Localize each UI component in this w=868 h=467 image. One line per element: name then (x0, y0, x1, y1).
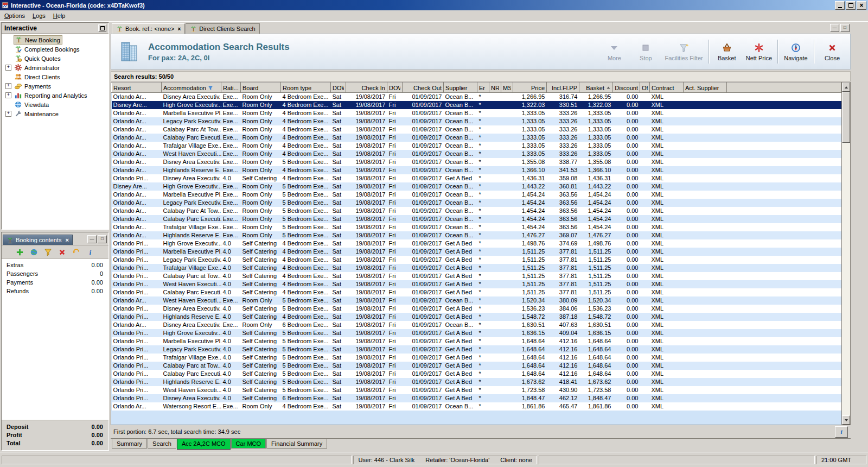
result-row[interactable]: Orlando Pri...Calabay Parc Executi...4.0… (112, 288, 841, 296)
cell-dow_in[interactable]: Sat (331, 345, 346, 354)
info-button[interactable]: i (835, 426, 848, 438)
cell-price[interactable]: 1,648.64 (513, 337, 547, 345)
cell-supplier[interactable]: Ocean B... (444, 166, 477, 174)
cell-room_type[interactable]: 5 Bedroom Exe... (281, 231, 331, 239)
cell-discount[interactable]: 0.00 (613, 256, 640, 264)
cell-act_supplier[interactable] (684, 207, 727, 215)
cell-of[interactable] (640, 134, 650, 142)
cell-dow_out[interactable]: Fri (387, 386, 403, 394)
cell-dow_out[interactable]: Fri (387, 125, 403, 134)
cell-nr[interactable] (489, 256, 501, 264)
cell-of[interactable] (640, 231, 650, 239)
result-row[interactable]: Disney Are...High Grove Executiv...Exe..… (112, 101, 841, 109)
cell-rating[interactable]: 4.0 (221, 272, 241, 280)
cell-act_supplier[interactable] (684, 142, 727, 150)
cell-check_out[interactable]: 01/09/2017 (403, 272, 444, 280)
cell-check_in[interactable]: 19/08/2017 (346, 101, 387, 109)
cell-incl_fl_pp[interactable]: 377.81 (547, 272, 579, 280)
cell-dow_out[interactable]: Fri (387, 239, 403, 248)
cell-check_in[interactable]: 19/08/2017 (346, 207, 387, 215)
cell-dow_out[interactable]: Fri (387, 134, 403, 142)
cell-dow_out[interactable]: Fri (387, 207, 403, 215)
cell-act_supplier[interactable] (684, 239, 727, 248)
page-tab-summary[interactable]: Summary (112, 439, 147, 449)
cell-contract[interactable]: XML (650, 191, 684, 199)
column-header-of[interactable]: Of (640, 83, 650, 93)
cell-rating[interactable]: Exe... (221, 402, 241, 411)
cell-of[interactable] (640, 321, 650, 329)
cell-nr[interactable] (489, 354, 501, 362)
cell-ms[interactable] (501, 248, 513, 256)
cell-room_type[interactable]: 4 Bedroom Exe... (281, 280, 331, 288)
cell-nr[interactable] (489, 329, 501, 337)
cell-check_in[interactable]: 19/08/2017 (346, 305, 387, 313)
cell-nr[interactable] (489, 223, 501, 231)
cell-accommodation[interactable]: Trafalgar Village Exe... (162, 142, 221, 150)
cell-ms[interactable] (501, 231, 513, 239)
cell-dow_out[interactable]: Fri (387, 272, 403, 280)
cell-contract[interactable]: XML (650, 248, 684, 256)
cell-contract[interactable]: XML (650, 125, 684, 134)
cell-resort[interactable]: Orlando Pri... (112, 256, 162, 264)
cell-rating[interactable]: 4.0 (221, 378, 241, 386)
menu-logs[interactable]: Logs (29, 11, 49, 20)
cell-incl_fl_pp[interactable]: 363.56 (547, 199, 579, 207)
cell-check_out[interactable]: 01/09/2017 (403, 125, 444, 134)
cell-dow_out[interactable]: Fri (387, 231, 403, 239)
cell-supplier[interactable]: Get A Bed (444, 264, 477, 272)
column-header-accommodation[interactable]: Accommodation (162, 83, 221, 93)
cell-resort[interactable]: Orlando Ar... (112, 321, 162, 329)
cell-rating[interactable]: 4.0 (221, 248, 241, 256)
cell-rating[interactable]: Exe... (221, 142, 241, 150)
cell-dow_in[interactable]: Sat (331, 134, 346, 142)
cell-contract[interactable]: XML (650, 280, 684, 288)
cell-room_type[interactable]: 4 Bedroom Exe... (281, 288, 331, 296)
cell-supplier[interactable]: Ocean B... (444, 117, 477, 125)
cell-act_supplier[interactable] (684, 223, 727, 231)
cell-check_in[interactable]: 19/08/2017 (346, 321, 387, 329)
cell-of[interactable] (640, 305, 650, 313)
cell-check_in[interactable]: 19/08/2017 (346, 272, 387, 280)
cell-ms[interactable] (501, 345, 513, 354)
cell-basket[interactable]: 1,648.64 (579, 354, 613, 362)
column-header-check-in[interactable]: Check In (346, 83, 387, 93)
cell-discount[interactable]: 0.00 (613, 345, 640, 354)
cell-dow_out[interactable]: Fri (387, 117, 403, 125)
titlebar[interactable]: Interactive - Ocean-Florida (code: x4DTa… (0, 0, 868, 10)
cell-resort[interactable]: Orlando Pri... (112, 313, 162, 321)
cell-board[interactable]: Room Only (241, 191, 281, 199)
cell-er[interactable]: * (477, 191, 489, 199)
cell-rating[interactable]: 4.0 (221, 337, 241, 345)
cell-price[interactable]: 1,454.24 (513, 199, 547, 207)
cell-dow_out[interactable]: Fri (387, 329, 403, 337)
cell-check_out[interactable]: 01/09/2017 (403, 215, 444, 223)
cell-resort[interactable]: Orlando Pri... (112, 288, 162, 296)
cell-of[interactable] (640, 272, 650, 280)
cell-dow_in[interactable]: Sat (331, 150, 346, 158)
cell-dow_in[interactable]: Sat (331, 174, 346, 182)
cell-board[interactable]: Room Only (241, 321, 281, 329)
cell-check_out[interactable]: 01/09/2017 (403, 223, 444, 231)
cell-board[interactable]: Self Catering (241, 337, 281, 345)
cell-supplier[interactable]: Get A Bed (444, 362, 477, 370)
cell-room_type[interactable]: 5 Bedroom Exe... (281, 158, 331, 166)
cell-basket[interactable]: 1,536.23 (579, 305, 613, 313)
cell-room_type[interactable]: 4 Bedroom Exe... (281, 256, 331, 264)
cell-supplier[interactable]: Ocean B... (444, 296, 477, 305)
cell-dow_in[interactable]: Sat (331, 272, 346, 280)
cell-contract[interactable]: XML (650, 313, 684, 321)
cell-dow_in[interactable]: Sat (331, 109, 346, 117)
cell-incl_fl_pp[interactable]: 377.81 (547, 288, 579, 296)
cell-er[interactable]: * (477, 182, 489, 191)
cell-price[interactable]: 1,266.95 (513, 93, 547, 102)
cell-accommodation[interactable]: Marbella Executive Pl... (162, 248, 221, 256)
cell-act_supplier[interactable] (684, 134, 727, 142)
cell-check_in[interactable]: 19/08/2017 (346, 191, 387, 199)
cell-dow_in[interactable]: Sat (331, 158, 346, 166)
booking-contents-tab[interactable]: Booking contents × (3, 235, 73, 245)
cell-dow_in[interactable]: Sat (331, 329, 346, 337)
filter-button[interactable] (43, 248, 53, 257)
panel-minimize-button[interactable]: — (87, 235, 97, 243)
cell-act_supplier[interactable] (684, 215, 727, 223)
cell-check_out[interactable]: 01/09/2017 (403, 362, 444, 370)
